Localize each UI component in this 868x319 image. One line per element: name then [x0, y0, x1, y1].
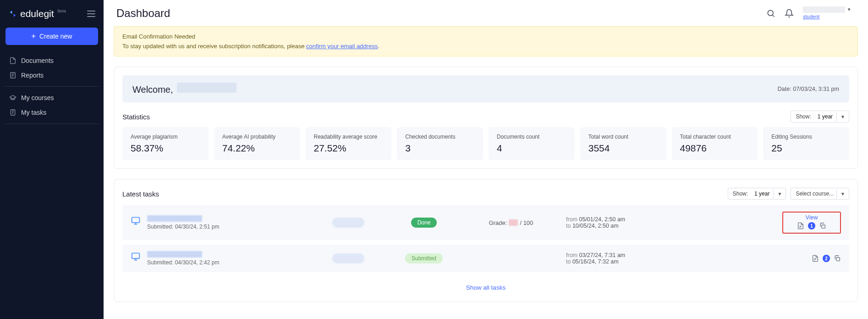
welcome-bar: Welcome, Date: 07/03/24, 3:31 pm: [122, 75, 849, 102]
user-menu[interactable]: ▾ student: [803, 6, 851, 20]
latest-tasks-card: Latest tasks Show: 1 year ▼ Select cours…: [114, 179, 858, 302]
brand-tag: Beta: [58, 9, 66, 13]
user-name-placeholder: [803, 6, 845, 13]
copy-icon[interactable]: [819, 222, 826, 230]
chevron-down-icon[interactable]: ▼: [773, 189, 786, 199]
task-submitted: Submitted: 04/30/24, 2:51 pm: [147, 224, 219, 230]
tasks-period-select[interactable]: Show: 1 year ▼: [728, 188, 786, 200]
stat-tile: Checked documents3: [397, 127, 483, 160]
tasks-title: Latest tasks: [122, 190, 159, 198]
status-badge: Done: [411, 218, 437, 228]
to-label: to: [566, 223, 571, 229]
stat-tile: Average AI probability74.22%: [214, 127, 300, 160]
stats-title: Statistics: [122, 113, 150, 121]
main-content: Dashboard ▾ student: [104, 0, 868, 319]
doc-count-badge: 1: [808, 222, 815, 229]
menu-toggle-icon[interactable]: [87, 11, 95, 17]
document-icon: [9, 57, 16, 64]
stat-label: Total character count: [680, 134, 750, 140]
welcome-name-placeholder: [177, 83, 236, 93]
bell-icon[interactable]: [785, 9, 794, 18]
stats-show-value: 1 year: [814, 111, 836, 122]
to-date: 10/05/24, 2:50 am: [572, 223, 619, 229]
from-date: 05/01/24, 2:50 am: [579, 216, 625, 223]
task-title-placeholder: [147, 215, 202, 222]
show-all-tasks-link[interactable]: Show all tasks: [466, 284, 505, 291]
stat-label: Average plagiarism: [131, 134, 200, 140]
stat-value: 27.52%: [314, 143, 384, 154]
report-icon: [9, 72, 16, 79]
sidebar: edulegit Beta + Create new Documents Rep…: [0, 0, 104, 319]
doc-count-badge: 2: [823, 255, 830, 262]
email-confirm-banner: Email Confirmation Needed To stay update…: [114, 26, 858, 56]
sidebar-item-reports[interactable]: Reports: [5, 68, 99, 83]
from-label: from: [566, 216, 577, 223]
stat-value: 74.22%: [222, 143, 292, 154]
confirm-email-link[interactable]: confirm your email address: [306, 43, 378, 50]
logo-icon: [8, 9, 17, 18]
stats-show-label: Show:: [791, 111, 813, 122]
tasks-show-label: Show:: [728, 188, 751, 199]
courses-icon: [9, 94, 16, 101]
document-icon[interactable]: [797, 222, 804, 230]
sidebar-item-my-tasks[interactable]: My tasks: [5, 105, 99, 120]
task-row: Submitted: 04/30/24, 2:42 pmSubmittedfro…: [122, 245, 849, 272]
header: Dashboard ▾ student: [104, 0, 868, 26]
svg-rect-12: [822, 225, 825, 228]
stat-value: 25: [771, 143, 841, 154]
user-role-link[interactable]: student: [803, 14, 819, 20]
from-label: from: [566, 252, 577, 258]
task-submitted: Submitted: 04/30/24, 2:42 pm: [147, 259, 219, 266]
stat-value: 3: [405, 143, 475, 154]
view-highlight: View1: [782, 212, 841, 234]
welcome-date-label: Date:: [778, 86, 791, 92]
chevron-down-icon: ▾: [848, 6, 851, 12]
stat-value: 49876: [680, 143, 750, 154]
grade-value-placeholder: [509, 219, 518, 226]
chevron-down-icon[interactable]: ▼: [836, 189, 849, 199]
copy-icon[interactable]: [834, 254, 841, 263]
stat-value: 4: [497, 143, 566, 154]
svg-rect-18: [836, 257, 840, 261]
grade-suffix: / 100: [520, 219, 533, 226]
sidebar-item-my-courses[interactable]: My courses: [5, 90, 99, 105]
monitor-icon: [131, 252, 141, 261]
sidebar-item-label: Reports: [21, 72, 44, 79]
task-course-placeholder: [332, 218, 364, 228]
sidebar-item-label: My courses: [21, 94, 54, 101]
stat-label: Editing Sessions: [771, 134, 841, 140]
to-label: to: [566, 258, 571, 265]
chevron-down-icon[interactable]: ▼: [836, 112, 849, 122]
banner-title: Email Confirmation Needed: [122, 33, 849, 40]
stat-label: Checked documents: [405, 134, 475, 140]
create-new-button[interactable]: + Create new: [5, 28, 98, 45]
plus-icon: +: [32, 33, 36, 40]
to-date: 05/16/24, 7:32 am: [572, 258, 619, 265]
document-icon[interactable]: [812, 254, 819, 263]
sidebar-item-label: Documents: [21, 57, 54, 64]
view-link[interactable]: View: [806, 214, 818, 221]
sidebar-item-label: My tasks: [21, 109, 46, 116]
stat-tile: Total character count49876: [672, 127, 758, 160]
welcome-stats-card: Welcome, Date: 07/03/24, 3:31 pm Statist…: [114, 67, 858, 169]
search-icon[interactable]: [766, 9, 775, 18]
svg-point-5: [768, 10, 773, 16]
stat-tile: Average plagiarism58.37%: [122, 127, 209, 160]
stat-tile: Total word count3554: [580, 127, 666, 160]
stat-value: 3554: [588, 143, 658, 154]
task-title-placeholder: [147, 251, 202, 257]
logo[interactable]: edulegit Beta: [8, 8, 66, 19]
svg-line-6: [773, 15, 775, 17]
stat-label: Average AI probability: [222, 134, 292, 140]
page-title: Dashboard: [116, 7, 170, 20]
svg-rect-13: [132, 253, 140, 259]
sidebar-item-documents[interactable]: Documents: [5, 53, 99, 68]
status-badge: Submitted: [405, 253, 443, 263]
tasks-course-select[interactable]: Select course... ▼: [791, 188, 849, 200]
stats-period-select[interactable]: Show: 1 year ▼: [791, 111, 849, 123]
welcome-date-value: 07/03/24, 3:31 pm: [793, 86, 839, 92]
create-new-label: Create new: [39, 33, 72, 40]
welcome-greeting: Welcome,: [132, 84, 173, 95]
stat-label: Readability average score: [314, 134, 384, 140]
stat-tile: Readability average score27.52%: [306, 127, 392, 160]
